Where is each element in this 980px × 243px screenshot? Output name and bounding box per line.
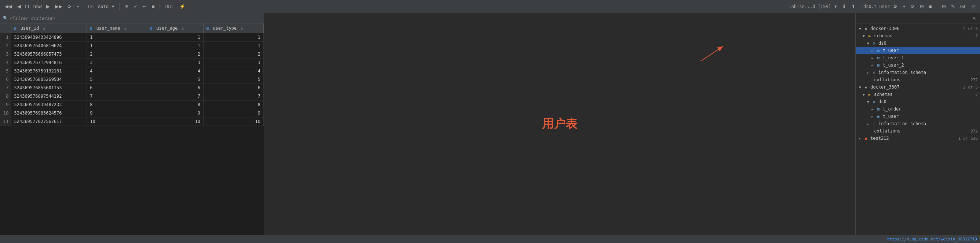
cell-user-type[interactable]: 1 — [204, 33, 264, 42]
cell-user-id[interactable]: 524369576985624576 — [11, 109, 87, 117]
table-row[interactable]: 4 524369576712994816 3 3 3 — [0, 58, 264, 67]
cell-user-id[interactable]: 524369576712994816 — [11, 58, 87, 67]
col-user-type[interactable]: ⊞ user_type ⇅ — [204, 24, 264, 33]
table-row[interactable]: 5 524369576759132161 4 4 4 — [0, 67, 264, 76]
refresh-btn[interactable]: ⟳ — [66, 3, 73, 10]
tree-item-schemas3306[interactable]: ▼ ▶ schemas 2 — [856, 32, 980, 39]
table-row[interactable]: 2 524369576406810624 1 1 1 — [0, 42, 264, 50]
data-table-wrapper[interactable]: ⊞ user_id ⇅ ⊞ user_name ⇅ ⊞ user_age — [0, 24, 264, 235]
tree-container[interactable]: ▼ ◈ docker-3306 2 of 5 ▼ ▶ schemas 2 ▼ ⊛… — [856, 24, 980, 235]
tree-item-docker3306[interactable]: ▼ ◈ docker-3306 2 of 5 — [856, 25, 980, 32]
cell-user-name[interactable]: 6 — [87, 84, 147, 92]
cell-user-name[interactable]: 8 — [87, 101, 147, 109]
cell-user-type[interactable]: 10 — [204, 117, 264, 126]
view-filter-btn[interactable]: ▽ — [970, 3, 977, 10]
tab-dropdown-btn[interactable]: ▾ — [832, 3, 839, 10]
col-user-id[interactable]: ⊞ user_id ⇅ — [11, 24, 87, 33]
cell-user-name[interactable]: 1 — [87, 42, 147, 50]
ds-stop-btn[interactable]: ■ — [927, 3, 934, 10]
cell-user-age[interactable]: 6 — [147, 84, 204, 92]
close-panel-btn[interactable]: ✕ — [970, 15, 978, 21]
tree-item-ds0[interactable]: ▼ ⊛ ds0 — [856, 39, 980, 47]
cell-user-id[interactable]: 524369576805269504 — [11, 76, 87, 84]
cell-user-type[interactable]: 1 — [204, 42, 264, 50]
ds-add-btn[interactable]: + — [901, 3, 907, 10]
ds-refresh-btn[interactable]: ⟳ — [909, 3, 916, 10]
view-grid-btn[interactable]: ⊞ — [940, 3, 948, 10]
cell-user-name[interactable]: 5 — [87, 76, 147, 84]
cell-user-age[interactable]: 10 — [147, 117, 204, 126]
nav-next-btn[interactable]: ▶ — [45, 3, 52, 10]
cell-user-id[interactable]: 524369576759132161 — [11, 67, 87, 76]
tx-dropdown-btn[interactable]: ▾ — [110, 3, 116, 10]
cell-user-name[interactable]: 7 — [87, 92, 147, 101]
cell-user-type[interactable]: 2 — [204, 50, 264, 58]
view-gl-btn[interactable]: GL — [958, 3, 968, 10]
cell-user-type[interactable]: 4 — [204, 67, 264, 76]
cell-user-age[interactable]: 4 — [147, 67, 204, 76]
tree-item-t_user_2[interactable]: ► ⊞ t_user_2 — [856, 62, 980, 69]
table-row[interactable]: 3 524369576666857473 2 2 2 — [0, 50, 264, 58]
cell-user-id[interactable]: 524369576666857473 — [11, 50, 87, 58]
tree-item-info_schema3306[interactable]: ► ⊟ information_schema — [856, 69, 980, 76]
tree-item-ds0_3307[interactable]: ▼ ⊛ ds0 — [856, 98, 980, 106]
table-row[interactable]: 6 524369576805269504 5 5 5 — [0, 76, 264, 84]
cell-user-name[interactable]: 3 — [87, 58, 147, 67]
check-btn[interactable]: ✓ — [132, 3, 139, 10]
tree-item-collations3306[interactable]: collations 272 — [856, 76, 980, 84]
tree-item-t_user[interactable]: ► ⊞ t_user — [856, 47, 980, 54]
cell-user-type[interactable]: 3 — [204, 58, 264, 67]
stop-btn[interactable]: ■ — [150, 3, 157, 10]
download-btn[interactable]: ⬇ — [840, 3, 848, 10]
table-row[interactable]: 11 524369577027567617 10 10 10 — [0, 117, 264, 126]
tree-item-info_schema3307[interactable]: ► ⊟ information_schema — [856, 120, 980, 127]
cell-user-name[interactable]: 9 — [87, 109, 147, 117]
cell-user-id[interactable]: 524369576897544192 — [11, 92, 87, 101]
cell-user-age[interactable]: 5 — [147, 76, 204, 84]
cell-user-id[interactable]: 524369576939487233 — [11, 101, 87, 109]
table-row[interactable]: 9 524369576939487233 8 8 8 — [0, 101, 264, 109]
cell-user-type[interactable]: 6 — [204, 84, 264, 92]
db-icon-btn[interactable]: ⊞ — [123, 3, 130, 10]
cell-user-name[interactable]: 4 — [87, 67, 147, 76]
filter-placeholder[interactable]: <Filter criteria> — [10, 16, 55, 21]
ddl-extra-btn[interactable]: ⚡ — [178, 3, 187, 10]
tree-item-collations3307[interactable]: collations 272 — [856, 127, 980, 135]
cell-user-id[interactable]: 524369577027567617 — [11, 117, 87, 126]
nav-prev-btn[interactable]: ◀ — [15, 3, 23, 10]
tree-item-t_user_1[interactable]: ► ⊞ t_user_1 — [856, 54, 980, 62]
cell-user-id[interactable]: 524369576406810624 — [11, 42, 87, 50]
table-row[interactable]: 1 524369439433424896 1 1 1 — [0, 33, 264, 42]
cell-user-id[interactable]: 524369576855601153 — [11, 84, 87, 92]
cell-user-age[interactable]: 1 — [147, 33, 204, 42]
cell-user-type[interactable]: 7 — [204, 92, 264, 101]
col-user-age[interactable]: ⊞ user_age ⇅ — [147, 24, 204, 33]
cell-user-age[interactable]: 2 — [147, 50, 204, 58]
cell-user-type[interactable]: 8 — [204, 101, 264, 109]
cell-user-age[interactable]: 8 — [147, 101, 204, 109]
undo-btn[interactable]: ↩ — [141, 3, 148, 10]
cell-user-name[interactable]: 1 — [87, 33, 147, 42]
add-row-btn[interactable]: + — [75, 3, 81, 10]
cell-user-type[interactable]: 5 — [204, 76, 264, 84]
status-link[interactable]: https://blog.csdn.net/weixin_38312719 — [887, 237, 977, 241]
ddl-btn[interactable]: DDL — [163, 3, 176, 10]
nav-last-btn[interactable]: ▶▶ — [53, 3, 64, 10]
cell-user-type[interactable]: 9 — [204, 109, 264, 117]
view-edit-btn[interactable]: ✎ — [949, 3, 957, 10]
tree-item-schemas3307[interactable]: ▼ ▶ schemas 2 — [856, 91, 980, 98]
tree-item-docker3307[interactable]: ▼ ◈ docker_3307 2 of 5 — [856, 84, 980, 91]
ds-filter-btn[interactable]: ⊞ — [918, 3, 926, 10]
tree-item-t_user_3307[interactable]: ► ⊞ t_user — [856, 113, 980, 120]
table-row[interactable]: 10 524369576985624576 9 9 9 — [0, 109, 264, 117]
table-row[interactable]: 8 524369576897544192 7 7 7 — [0, 92, 264, 101]
ds-settings-btn[interactable]: ⚙ — [891, 3, 899, 10]
nav-first-btn[interactable]: ◀◀ — [3, 3, 14, 10]
upload-btn[interactable]: ⬆ — [850, 3, 857, 10]
cell-user-age[interactable]: 1 — [147, 42, 204, 50]
table-row[interactable]: 7 524369576855601153 6 6 6 — [0, 84, 264, 92]
cell-user-age[interactable]: 3 — [147, 58, 204, 67]
cell-user-age[interactable]: 7 — [147, 92, 204, 101]
tree-item-test212[interactable]: ► ● test212 1 of 536 — [856, 135, 980, 142]
col-user-name[interactable]: ⊞ user_name ⇅ — [87, 24, 147, 33]
